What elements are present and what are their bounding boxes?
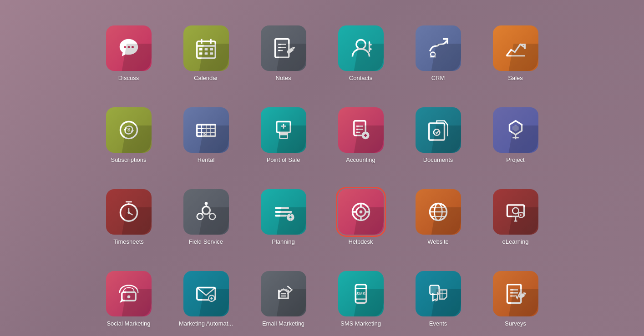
app-field-service[interactable]: Field Service bbox=[177, 173, 236, 246]
svg-point-53 bbox=[209, 213, 215, 220]
svg-rect-4 bbox=[199, 48, 202, 50]
app-sales-label: Sales bbox=[508, 75, 523, 82]
svg-point-57 bbox=[204, 202, 208, 205]
app-crm-label: CRM bbox=[431, 75, 445, 82]
svg-rect-17 bbox=[368, 48, 371, 50]
svg-text:$: $ bbox=[203, 131, 206, 136]
svg-rect-8 bbox=[204, 52, 208, 55]
app-events[interactable]: Events bbox=[409, 255, 468, 327]
app-events-label: Events bbox=[429, 320, 447, 327]
app-notes-label: Notes bbox=[276, 75, 291, 82]
app-calendar-label: Calendar bbox=[194, 75, 218, 82]
app-timesheets[interactable]: Timesheets bbox=[99, 173, 158, 246]
svg-text:$: $ bbox=[127, 126, 130, 133]
svg-point-79 bbox=[512, 208, 519, 214]
app-notes[interactable]: Notes bbox=[254, 9, 313, 82]
app-documents-label: Documents bbox=[423, 156, 453, 164]
app-project-label: Project bbox=[506, 156, 524, 164]
app-rental[interactable]: $ Rental bbox=[177, 91, 236, 164]
app-elearning[interactable]: eLearning bbox=[486, 173, 545, 246]
svg-point-85 bbox=[127, 295, 130, 298]
app-social-marketing-label: Social Marketing bbox=[106, 320, 150, 327]
svg-rect-9 bbox=[210, 52, 213, 55]
app-planning-label: Planning bbox=[272, 238, 295, 246]
app-helpdesk[interactable]: Helpdesk bbox=[331, 173, 390, 246]
app-email-marketing-label: Email Marketing bbox=[262, 320, 304, 327]
app-subscriptions-label: Subscriptions bbox=[111, 156, 146, 164]
svg-rect-16 bbox=[368, 44, 371, 45]
svg-rect-41 bbox=[429, 123, 444, 140]
svg-rect-6 bbox=[210, 48, 213, 50]
app-crm[interactable]: CRM bbox=[409, 9, 468, 82]
svg-rect-5 bbox=[204, 48, 208, 50]
svg-point-14 bbox=[356, 40, 365, 49]
app-website[interactable]: Website bbox=[409, 173, 468, 246]
app-discuss-label: Discuss bbox=[118, 75, 139, 82]
app-surveys[interactable]: Surveys bbox=[486, 255, 545, 327]
svg-point-42 bbox=[433, 129, 440, 135]
svg-rect-15 bbox=[368, 41, 370, 52]
app-documents[interactable]: Documents bbox=[409, 91, 468, 164]
svg-rect-31 bbox=[279, 135, 287, 138]
app-pos[interactable]: Point of Sale bbox=[254, 91, 313, 164]
app-accounting[interactable]: Accounting bbox=[331, 91, 390, 164]
app-calendar[interactable]: Calendar bbox=[177, 9, 236, 82]
app-grid: Discuss Calendar Notes Contacts CRM Sale… bbox=[90, 0, 554, 336]
app-project[interactable]: Project bbox=[486, 91, 545, 164]
app-pos-label: Point of Sale bbox=[267, 156, 300, 164]
app-marketing-automat[interactable]: Marketing Automat... bbox=[177, 255, 236, 327]
app-marketing-automat-label: Marketing Automat... bbox=[179, 320, 233, 327]
app-discuss[interactable]: Discuss bbox=[99, 9, 158, 82]
app-subscriptions[interactable]: $ Subscriptions bbox=[99, 91, 158, 164]
svg-rect-7 bbox=[199, 52, 202, 55]
svg-rect-10 bbox=[275, 39, 289, 58]
app-email-marketing[interactable]: Email Marketing bbox=[254, 255, 313, 327]
svg-point-68 bbox=[359, 211, 362, 214]
app-sms-marketing-label: SMS Marketing bbox=[340, 320, 381, 327]
app-planning[interactable]: Planning bbox=[254, 173, 313, 246]
app-surveys-label: Surveys bbox=[505, 320, 526, 327]
svg-point-50 bbox=[127, 211, 130, 214]
app-elearning-label: eLearning bbox=[502, 238, 529, 246]
app-social-marketing[interactable]: Social Marketing bbox=[99, 255, 158, 327]
app-rental-label: Rental bbox=[198, 156, 215, 164]
svg-point-52 bbox=[197, 213, 203, 220]
app-sales[interactable]: Sales bbox=[486, 9, 545, 82]
app-sms-marketing[interactable]: SMS SMS Marketing bbox=[331, 255, 390, 327]
app-contacts-label: Contacts bbox=[349, 75, 372, 82]
app-contacts[interactable]: Contacts bbox=[331, 9, 390, 82]
app-timesheets-label: Timesheets bbox=[113, 238, 144, 246]
svg-text:SMS: SMS bbox=[356, 291, 365, 296]
app-accounting-label: Accounting bbox=[346, 156, 375, 164]
app-website-label: Website bbox=[427, 238, 449, 246]
app-helpdesk-label: Helpdesk bbox=[348, 238, 373, 246]
app-field-service-label: Field Service bbox=[189, 238, 223, 246]
